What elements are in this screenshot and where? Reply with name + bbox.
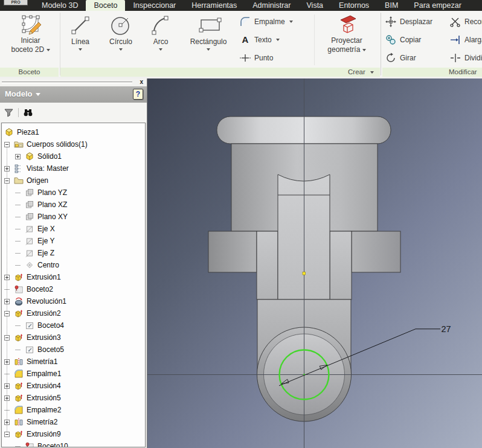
dropdown-caret-icon[interactable]	[159, 48, 162, 51]
expand-icon[interactable]	[4, 395, 10, 401]
tree-item[interactable]: Sólido1	[2, 150, 145, 162]
filter-icon[interactable]	[4, 107, 14, 118]
trim-button[interactable]: Recortar	[449, 13, 482, 30]
collapse-icon[interactable]	[4, 142, 10, 147]
tree-item[interactable]: Eje Y	[2, 235, 145, 247]
tree-item[interactable]: Revolución1	[2, 295, 145, 307]
tree-item[interactable]: Vista: Master	[2, 162, 145, 174]
collapse-icon[interactable]	[4, 178, 10, 184]
collapse-icon[interactable]	[4, 432, 10, 437]
collapse-icon[interactable]	[4, 335, 10, 341]
tree-item[interactable]: Extrusión9	[2, 428, 145, 440]
tree-item[interactable]: Simetría1	[2, 356, 145, 368]
circle-tool-button[interactable]: Círculo	[102, 12, 140, 66]
dropdown-caret-icon[interactable]	[79, 48, 82, 51]
rectangle-tool-button[interactable]: Rectángulo	[182, 12, 234, 66]
tree-item[interactable]: Boceto5	[2, 344, 145, 356]
tree-item[interactable]: Pieza1	[2, 126, 145, 138]
help-button[interactable]: ?	[133, 89, 143, 100]
start-2d-sketch-button[interactable]: Iniciar boceto 2D	[2, 12, 59, 66]
panel-expand-caret-icon[interactable]	[370, 71, 374, 74]
arc-tool-button[interactable]: Arco	[144, 12, 178, 66]
text-tool-button[interactable]: A Texto	[239, 31, 280, 48]
expand-icon[interactable]	[15, 154, 21, 159]
tab-vista[interactable]: Vista	[299, 0, 332, 11]
dimension-text[interactable]: 27	[442, 324, 451, 334]
tree-item[interactable]: Extrusión1	[2, 271, 145, 283]
tree-item[interactable]: Boceto10	[2, 440, 145, 447]
chevron-down-icon[interactable]	[36, 93, 40, 96]
tree-item[interactable]: Origen	[2, 174, 145, 187]
bodies-folder-icon	[14, 139, 24, 149]
tree-item[interactable]: Simetría2	[2, 416, 145, 428]
tab-modelo-3d[interactable]: Modelo 3D	[34, 0, 86, 11]
extend-button[interactable]: Alargar	[449, 31, 482, 48]
viewport-canvas[interactable]: 27	[147, 78, 482, 448]
expand-icon[interactable]	[4, 420, 10, 425]
panel-label-crear[interactable]: Crear	[60, 68, 380, 77]
expand-icon[interactable]	[4, 359, 10, 365]
dropdown-caret-icon[interactable]	[119, 48, 123, 51]
tree-item[interactable]: Extrusión2	[2, 307, 145, 319]
fillet-sketch-button[interactable]: Empalme	[239, 13, 293, 30]
expand-icon[interactable]	[4, 299, 10, 304]
search-binoculars-icon[interactable]	[23, 107, 33, 118]
rotate-button[interactable]: Girar	[385, 50, 416, 66]
part-right-arm-face[interactable]	[330, 231, 352, 299]
part-left-arm-face[interactable]	[257, 231, 278, 299]
browser-title[interactable]: Modelo	[5, 89, 40, 98]
tree-item[interactable]: Plano XY	[2, 211, 145, 223]
tree-item[interactable]: Boceto2	[2, 283, 145, 295]
dropdown-caret-icon[interactable]	[362, 49, 366, 51]
expand-icon[interactable]	[4, 383, 10, 389]
line-tool-button[interactable]: Línea	[63, 12, 97, 66]
tree-item[interactable]: Extrusión4	[2, 380, 145, 392]
tree-item[interactable]: Plano XZ	[2, 199, 145, 211]
tree-item[interactable]: Empalme1	[2, 368, 145, 380]
dropdown-caret-icon[interactable]	[47, 49, 50, 51]
tree-item[interactable]: Eje X	[2, 223, 145, 235]
tree-item[interactable]: Extrusión5	[2, 392, 145, 404]
tab-bim[interactable]: BIM	[377, 0, 406, 11]
tab-inspeccionar[interactable]: Inspeccionar	[125, 0, 184, 11]
project-geometry-button[interactable]: Proyectar geometría	[317, 12, 377, 66]
point-tool-button[interactable]: Punto	[239, 50, 273, 66]
tab-administrar[interactable]: Administrar	[245, 0, 298, 11]
part-left-flange-face[interactable]	[208, 231, 257, 272]
collapse-icon[interactable]	[4, 311, 10, 316]
tab-boceto[interactable]: Boceto	[86, 0, 125, 11]
split-button[interactable]: Dividir	[449, 50, 482, 66]
circle-icon	[109, 13, 132, 37]
fillet-feature-icon	[14, 369, 24, 379]
expand-icon[interactable]	[4, 275, 10, 280]
tree-item-label: Plano YZ	[37, 188, 67, 197]
part-right-flange-face[interactable]	[352, 231, 400, 272]
tree-item[interactable]: Eje Z	[2, 247, 145, 259]
pro-badge: PRO	[4, 0, 28, 5]
dropdown-caret-icon[interactable]	[276, 39, 280, 41]
close-icon[interactable]: x	[140, 78, 143, 86]
tree-item[interactable]: Extrusión3	[2, 331, 145, 344]
browser-resize-strip[interactable]: x	[0, 78, 147, 86]
tree-item[interactable]: Cuerpos sólidos(1)	[2, 138, 145, 150]
copy-button[interactable]: Copiar	[385, 31, 421, 48]
tab-herramientas[interactable]: Herramientas	[184, 0, 245, 11]
move-button[interactable]: Desplazar	[385, 13, 432, 30]
expand-icon[interactable]	[4, 166, 10, 171]
extrusion-icon	[14, 429, 24, 439]
tab-para-empezar[interactable]: Para empezar	[406, 0, 469, 11]
tree-item[interactable]: Centro	[2, 259, 145, 271]
extrusion-icon	[14, 333, 24, 342]
tree-item[interactable]: Boceto4	[2, 319, 145, 331]
tree-item[interactable]: Empalme2	[2, 404, 145, 416]
panel-sizer-handle[interactable]	[2, 82, 132, 84]
dropdown-caret-icon[interactable]	[207, 48, 210, 51]
tree-item[interactable]: Plano YZ	[2, 187, 145, 199]
dropdown-caret-icon[interactable]	[289, 21, 293, 23]
work-point[interactable]	[303, 272, 306, 275]
tree-item-label: Simetría1	[27, 357, 57, 366]
work-plane-icon	[25, 212, 34, 222]
tree-item-label: Cuerpos sólidos(1)	[27, 140, 88, 149]
branch-tick	[15, 190, 21, 196]
tab-entornos[interactable]: Entornos	[331, 0, 377, 11]
